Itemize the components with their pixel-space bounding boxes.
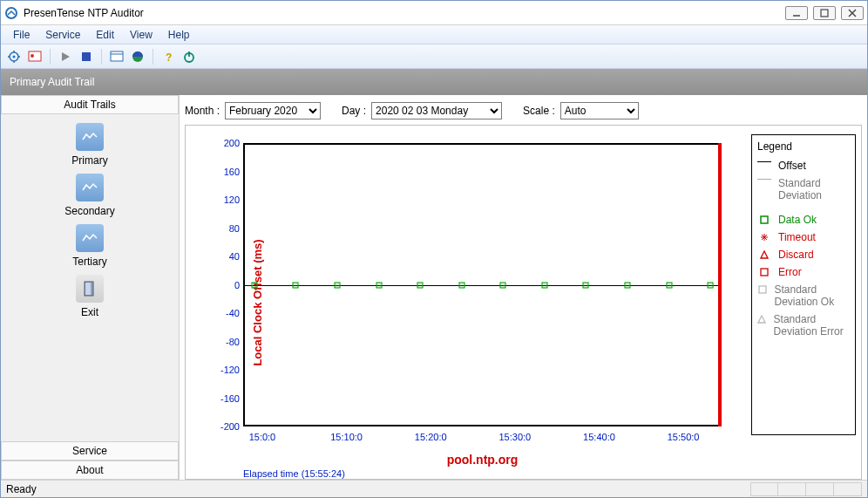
chart-frame: Local Clock Offset (ms) 20016012080400-4… (185, 125, 862, 480)
legend-stddeverr: Standard Deviation Error (774, 313, 850, 338)
y-tick: -160 (220, 393, 240, 404)
sidebar-item-label: Tertiary (72, 256, 106, 268)
chart-title: pool.ntp.org (243, 453, 722, 467)
help-icon[interactable]: ? (160, 49, 176, 65)
y-tick: 0 (234, 280, 240, 290)
page-title: Primary Audit Trail (10, 76, 94, 88)
y-tick: 40 (229, 251, 240, 262)
svg-marker-13 (62, 52, 70, 61)
stop-icon[interactable] (78, 49, 94, 65)
sidebar: Audit Trails Primary Secondary Tertiary … (1, 95, 180, 480)
y-tick: 120 (224, 194, 240, 205)
sidebar-service-button[interactable]: Service (1, 441, 179, 460)
sidebar-about-button[interactable]: About (1, 460, 179, 480)
legend-discard: Discard (778, 249, 814, 261)
window-controls (785, 6, 864, 20)
statusbar: Ready (1, 480, 867, 497)
y-tick: -120 (220, 365, 240, 375)
power-icon[interactable] (181, 49, 197, 65)
window-title: PresenTense NTP Auditor (24, 7, 785, 19)
menu-help[interactable]: Help (161, 27, 197, 43)
chart-elapsed: Elapsed time (15:55:24) (243, 468, 345, 479)
y-tick: -80 (226, 337, 240, 347)
y-tick: -200 (220, 421, 240, 432)
sidebar-item-secondary[interactable]: Secondary (64, 174, 114, 217)
data-point (583, 282, 589, 288)
month-label: Month : (185, 105, 220, 117)
sidebar-item-exit[interactable]: Exit (76, 275, 104, 318)
data-point (708, 282, 714, 288)
sidebar-item-label: Primary (71, 154, 107, 167)
chart-y-ticks: 20016012080400-40-80-120-160-200 (217, 143, 241, 426)
chart-zero-line (245, 285, 720, 286)
window-icon[interactable] (109, 49, 125, 65)
main-panel: Month : February 2020 Day : 2020 02 03 M… (180, 95, 867, 480)
close-button[interactable] (841, 6, 864, 20)
svg-rect-30 (761, 269, 768, 276)
legend-error: Error (778, 266, 802, 278)
toolbar: ? (1, 44, 867, 69)
svg-rect-15 (111, 51, 123, 61)
chart-x-ticks: 15:0:015:10:015:20:015:30:015:40:015:50:… (243, 432, 722, 446)
svg-marker-29 (761, 251, 768, 258)
svg-rect-31 (759, 286, 766, 293)
svg-rect-24 (761, 216, 768, 223)
menubar: File Service Edit View Help (1, 25, 867, 44)
chart-icon (76, 174, 104, 201)
x-tick: 15:50:0 (668, 432, 700, 442)
sidebar-item-tertiary[interactable]: Tertiary (72, 224, 106, 268)
menu-service[interactable]: Service (38, 27, 87, 43)
svg-marker-32 (758, 316, 765, 323)
svg-point-6 (13, 55, 16, 58)
x-tick: 15:20:0 (415, 432, 447, 442)
menu-view[interactable]: View (123, 27, 159, 43)
chart-legend: Legend Offset Standard Deviation Data Ok… (751, 134, 856, 435)
chart-plot-area (243, 143, 722, 426)
settings-icon[interactable] (6, 49, 22, 65)
scale-select[interactable]: Auto (560, 102, 639, 119)
report-icon[interactable] (27, 49, 43, 65)
maximize-button[interactable] (813, 6, 836, 20)
page-header: Primary Audit Trail (1, 69, 867, 95)
legend-timeout: Timeout (778, 231, 816, 243)
month-select[interactable]: February 2020 (225, 102, 321, 119)
x-tick: 15:10:0 (330, 432, 363, 442)
status-text: Ready (6, 483, 37, 495)
legend-title: Legend (757, 140, 850, 153)
data-point (251, 282, 257, 288)
play-icon[interactable] (58, 49, 73, 65)
svg-rect-14 (82, 52, 91, 61)
svg-point-12 (31, 54, 34, 58)
day-label: Day : (342, 105, 366, 117)
svg-rect-2 (821, 10, 828, 17)
legend-stddev: Standard Deviation (778, 177, 850, 201)
chart-icon (76, 123, 104, 151)
sidebar-item-label: Secondary (64, 205, 114, 217)
chart-now-line (718, 143, 722, 426)
data-point (458, 282, 465, 288)
minimize-button[interactable] (785, 6, 808, 20)
globe-icon[interactable] (130, 49, 146, 65)
svg-rect-23 (85, 283, 91, 295)
svg-text:?: ? (166, 51, 172, 63)
data-point (624, 282, 630, 288)
data-point (541, 282, 547, 288)
sidebar-header[interactable]: Audit Trails (1, 95, 179, 114)
y-tick: 200 (224, 138, 240, 148)
menu-file[interactable]: File (6, 27, 37, 43)
titlebar: PresenTense NTP Auditor (1, 1, 867, 25)
data-point (376, 282, 382, 288)
x-tick: 15:40:0 (583, 432, 615, 442)
y-tick: 160 (224, 167, 240, 177)
y-tick: -40 (226, 308, 240, 318)
app-icon (4, 6, 18, 20)
day-select[interactable]: 2020 02 03 Monday (371, 102, 502, 119)
chart-icon (76, 224, 104, 252)
legend-stddevok: Standard Deviation Ok (774, 283, 850, 308)
sidebar-item-primary[interactable]: Primary (71, 123, 107, 167)
menu-edit[interactable]: Edit (89, 27, 121, 43)
sidebar-item-label: Exit (81, 306, 98, 318)
data-point (417, 282, 424, 288)
x-tick: 15:0:0 (249, 432, 276, 442)
y-tick: 80 (229, 223, 240, 234)
